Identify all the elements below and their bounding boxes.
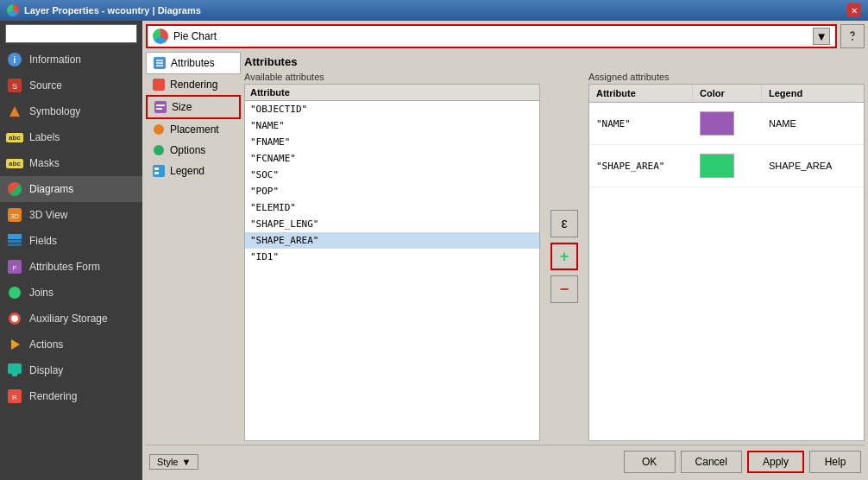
color-swatch-0[interactable] — [700, 111, 734, 136]
panel-title: Attributes — [244, 52, 865, 72]
assigned-attrs-label: Assigned attributes — [588, 72, 865, 82]
sidebar-item-symbology[interactable]: Symbology — [0, 98, 142, 124]
style-button[interactable]: Style ▼ — [149, 454, 198, 470]
add-attribute-button[interactable]: + — [550, 243, 578, 270]
rendering-sub-icon — [153, 79, 165, 91]
sub-nav: Attributes Rendering Size Placement Opti… — [146, 52, 241, 441]
svg-rect-15 — [12, 374, 17, 376]
list-item[interactable]: "NAME" — [245, 117, 539, 134]
col-header-attribute: Attribute — [589, 85, 693, 102]
sidebar-item-3dview[interactable]: 3D 3D View — [0, 202, 142, 228]
sidebar-item-labels[interactable]: abc Labels — [0, 124, 142, 150]
col-header-legend: Legend — [762, 85, 864, 102]
list-item-selected[interactable]: "SHAPE_AREA" — [245, 232, 539, 249]
fields-icon — [7, 233, 22, 249]
aux-icon — [7, 311, 22, 326]
list-item[interactable]: "FCNAME" — [245, 150, 539, 167]
sidebar-item-rendering[interactable]: R Rendering — [0, 383, 142, 409]
ok-button[interactable]: OK — [624, 451, 676, 473]
remove-attribute-button[interactable]: − — [550, 275, 578, 303]
sub-nav-size[interactable]: Size — [146, 95, 241, 119]
svg-rect-24 — [153, 79, 165, 91]
title-bar-left: Layer Properties - wcountry | Diagrams — [7, 4, 201, 16]
sidebar-item-information[interactable]: i Information — [0, 47, 142, 73]
svg-text:S: S — [12, 82, 17, 91]
apply-button[interactable]: Apply — [747, 451, 804, 473]
available-attrs-section: Available attributes Attribute "OBJECTID… — [244, 72, 540, 441]
list-item[interactable]: "ELEMID" — [245, 199, 539, 216]
svg-point-29 — [154, 145, 164, 155]
epsilon-button[interactable]: ε — [550, 210, 578, 237]
diagram-type-bar: Pie Chart ▼ — [146, 24, 865, 48]
size-sub-icon — [154, 101, 167, 113]
sidebar-item-actions[interactable]: Actions — [0, 332, 142, 357]
placement-sub-icon — [153, 123, 165, 136]
action-buttons: ε + − — [547, 72, 582, 441]
assigned-attr-name: "SHAPE_AREA" — [589, 157, 693, 175]
svg-text:3D: 3D — [10, 212, 19, 220]
sidebar-item-diagrams[interactable]: Diagrams — [0, 176, 142, 202]
svg-rect-25 — [154, 101, 167, 113]
svg-rect-26 — [156, 104, 165, 106]
sub-nav-attributes[interactable]: Attributes — [146, 52, 241, 74]
svg-text:F: F — [13, 264, 17, 272]
assigned-attr-legend: SHAPE_AREA — [762, 157, 864, 174]
content-area: Pie Chart ▼ Attributes Rendering — [142, 21, 868, 480]
svg-rect-31 — [154, 167, 159, 170]
list-item[interactable]: "SOC" — [245, 167, 539, 183]
panel-area: Attributes Rendering Size Placement Opti… — [146, 52, 865, 441]
sub-nav-options[interactable]: Options — [146, 140, 241, 161]
sub-nav-rendering[interactable]: Rendering — [146, 74, 241, 95]
3dview-icon: 3D — [7, 207, 22, 223]
diagram-type-label: Pie Chart — [173, 30, 217, 42]
table-row: "SHAPE_AREA" SHAPE_AREA — [589, 145, 864, 187]
options-sub-icon — [153, 144, 165, 156]
sidebar-item-joins[interactable]: Joins — [0, 280, 142, 306]
sidebar: i Information S Source Symbology abc Lab… — [0, 21, 142, 480]
svg-marker-2 — [9, 106, 20, 117]
sidebar-item-display[interactable]: Display — [0, 357, 142, 383]
attrform-icon: F — [7, 259, 22, 275]
svg-point-19 — [852, 39, 853, 41]
sub-nav-legend[interactable]: Legend — [146, 161, 241, 181]
list-item[interactable]: "ID1" — [245, 249, 539, 265]
color-swatch-1[interactable] — [700, 154, 734, 178]
svg-marker-13 — [11, 339, 20, 350]
window-title: Layer Properties - wcountry | Diagrams — [24, 5, 201, 16]
svg-point-12 — [11, 315, 18, 322]
info-icon: i — [7, 52, 22, 67]
sidebar-item-attributes-form[interactable]: F Attributes Form — [0, 254, 142, 280]
diagrams-icon — [7, 181, 22, 197]
list-item[interactable]: "SHAPE_LENG" — [245, 216, 539, 232]
svg-rect-27 — [156, 108, 162, 110]
joins-icon — [7, 285, 22, 300]
diagram-type-selector[interactable]: Pie Chart ▼ — [146, 24, 837, 48]
assigned-attrs-section: Assigned attributes Attribute Color Lege… — [588, 72, 865, 441]
masks-icon: abc — [7, 155, 22, 171]
sidebar-item-source[interactable]: S Source — [0, 73, 142, 98]
diagram-type-dropdown[interactable]: ▼ — [813, 28, 830, 45]
cancel-button[interactable]: Cancel — [681, 451, 742, 473]
svg-rect-6 — [8, 240, 22, 243]
help-button[interactable]: Help — [809, 451, 861, 473]
bottom-right-buttons: OK Cancel Apply Help — [624, 451, 861, 473]
list-item[interactable]: "FNAME" — [245, 134, 539, 150]
list-item[interactable]: "POP" — [245, 183, 539, 199]
pie-chart-icon — [153, 28, 168, 44]
search-input[interactable] — [5, 24, 137, 43]
svg-rect-5 — [8, 234, 22, 239]
sidebar-item-auxiliary-storage[interactable]: Auxiliary Storage — [0, 306, 142, 332]
sidebar-item-masks[interactable]: abc Masks — [0, 150, 142, 176]
close-button[interactable]: ✕ — [847, 3, 861, 17]
sidebar-item-fields[interactable]: Fields — [0, 228, 142, 254]
list-item[interactable]: "OBJECTID" — [245, 101, 539, 117]
labels-icon: abc — [7, 129, 22, 145]
bottom-bar: Style ▼ OK Cancel Apply Help — [146, 445, 865, 477]
legend-sub-icon — [153, 165, 165, 177]
assigned-attr-name: "NAME" — [589, 115, 693, 133]
col-header-color: Color — [693, 85, 762, 102]
assigned-attrs-table: Attribute Color Legend "NAME" NAME — [588, 84, 865, 441]
sub-nav-placement[interactable]: Placement — [146, 119, 241, 140]
display-icon — [7, 363, 22, 378]
help-icon-button[interactable] — [840, 24, 865, 48]
